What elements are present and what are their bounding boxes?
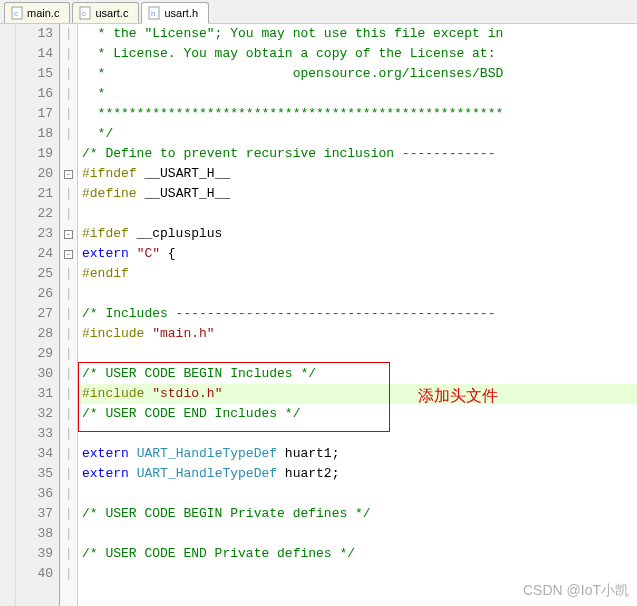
code-line[interactable]: #include "stdio.h" <box>78 384 637 404</box>
code-line[interactable]: extern "C" { <box>78 244 637 264</box>
code-line[interactable]: /* USER CODE END Includes */ <box>78 404 637 424</box>
marker-column <box>0 24 16 606</box>
line-number: 31 <box>16 384 53 404</box>
tab-label: usart.h <box>164 7 198 19</box>
fold-marker: │ <box>60 424 77 444</box>
fold-marker: │ <box>60 44 77 64</box>
code-line[interactable] <box>78 484 637 504</box>
line-number: 30 <box>16 364 53 384</box>
line-number: 18 <box>16 124 53 144</box>
code-line[interactable]: #ifndef __USART_H__ <box>78 164 637 184</box>
tab-label: usart.c <box>95 7 128 19</box>
code-line[interactable]: #define __USART_H__ <box>78 184 637 204</box>
fold-marker: │ <box>60 524 77 544</box>
line-number: 22 <box>16 204 53 224</box>
code-area[interactable]: * the "License"; You may not use this fi… <box>78 24 637 606</box>
code-line[interactable] <box>78 204 637 224</box>
fold-marker[interactable]: - <box>60 244 77 264</box>
fold-marker: │ <box>60 384 77 404</box>
code-line[interactable]: /* Includes ----------------------------… <box>78 304 637 324</box>
fold-marker: │ <box>60 464 77 484</box>
fold-marker: │ <box>60 24 77 44</box>
c-file-icon: c <box>11 6 23 20</box>
fold-marker: │ <box>60 304 77 324</box>
line-number: 19 <box>16 144 53 164</box>
line-number: 27 <box>16 304 53 324</box>
line-number: 34 <box>16 444 53 464</box>
line-number: 25 <box>16 264 53 284</box>
fold-marker: │ <box>60 264 77 284</box>
line-number: 40 <box>16 564 53 584</box>
line-number-gutter: 1314151617181920212223242526272829303132… <box>16 24 60 606</box>
fold-marker: │ <box>60 124 77 144</box>
fold-marker: │ <box>60 204 77 224</box>
fold-marker: │ <box>60 404 77 424</box>
code-line[interactable]: #include "main.h" <box>78 324 637 344</box>
line-number: 37 <box>16 504 53 524</box>
fold-marker: │ <box>60 284 77 304</box>
h-file-icon: h <box>148 6 160 20</box>
code-line[interactable]: * opensource.org/licenses/BSD <box>78 64 637 84</box>
fold-marker: │ <box>60 344 77 364</box>
line-number: 35 <box>16 464 53 484</box>
tab-label: main.c <box>27 7 59 19</box>
code-line[interactable]: #endif <box>78 264 637 284</box>
fold-marker[interactable]: - <box>60 224 77 244</box>
fold-marker: │ <box>60 104 77 124</box>
svg-text:c: c <box>14 9 18 18</box>
code-line[interactable] <box>78 284 637 304</box>
line-number: 36 <box>16 484 53 504</box>
code-line[interactable] <box>78 564 637 584</box>
code-line[interactable]: extern UART_HandleTypeDef huart2; <box>78 464 637 484</box>
fold-marker: │ <box>60 364 77 384</box>
line-number: 24 <box>16 244 53 264</box>
code-line[interactable]: */ <box>78 124 637 144</box>
fold-marker: │ <box>60 564 77 584</box>
line-number: 29 <box>16 344 53 364</box>
fold-marker: │ <box>60 324 77 344</box>
line-number: 38 <box>16 524 53 544</box>
code-line[interactable]: /* USER CODE BEGIN Includes */ <box>78 364 637 384</box>
fold-marker: │ <box>60 444 77 464</box>
line-number: 39 <box>16 544 53 564</box>
line-number: 23 <box>16 224 53 244</box>
code-line[interactable]: /* Define to prevent recursive inclusion… <box>78 144 637 164</box>
line-number: 20 <box>16 164 53 184</box>
code-line[interactable] <box>78 424 637 444</box>
code-line[interactable]: /* USER CODE BEGIN Private defines */ <box>78 504 637 524</box>
line-number: 26 <box>16 284 53 304</box>
code-line[interactable]: ****************************************… <box>78 104 637 124</box>
code-line[interactable]: #ifdef __cplusplus <box>78 224 637 244</box>
tab-usart-h[interactable]: h usart.h <box>141 2 209 24</box>
tab-bar: c main.c c usart.c h usart.h <box>0 0 637 24</box>
svg-text:h: h <box>151 9 155 18</box>
line-number: 33 <box>16 424 53 444</box>
line-number: 28 <box>16 324 53 344</box>
tab-main-c[interactable]: c main.c <box>4 2 70 23</box>
code-line[interactable] <box>78 344 637 364</box>
line-number: 13 <box>16 24 53 44</box>
code-line[interactable]: extern UART_HandleTypeDef huart1; <box>78 444 637 464</box>
code-line[interactable]: /* USER CODE END Private defines */ <box>78 544 637 564</box>
code-line[interactable]: * <box>78 84 637 104</box>
c-file-icon: c <box>79 6 91 20</box>
fold-column: ││││││-││--││││││││││││││││ <box>60 24 78 606</box>
fold-marker: │ <box>60 64 77 84</box>
code-line[interactable]: * License. You may obtain a copy of the … <box>78 44 637 64</box>
line-number: 17 <box>16 104 53 124</box>
svg-text:c: c <box>82 9 86 18</box>
line-number: 14 <box>16 44 53 64</box>
editor-area: 1314151617181920212223242526272829303132… <box>0 24 637 606</box>
tab-usart-c[interactable]: c usart.c <box>72 2 139 23</box>
code-line[interactable] <box>78 524 637 544</box>
fold-marker: │ <box>60 544 77 564</box>
line-number: 15 <box>16 64 53 84</box>
fold-marker <box>60 144 77 164</box>
code-line[interactable]: * the "License"; You may not use this fi… <box>78 24 637 44</box>
fold-marker: │ <box>60 184 77 204</box>
line-number: 21 <box>16 184 53 204</box>
fold-marker: │ <box>60 504 77 524</box>
fold-marker: │ <box>60 84 77 104</box>
fold-marker[interactable]: - <box>60 164 77 184</box>
line-number: 32 <box>16 404 53 424</box>
